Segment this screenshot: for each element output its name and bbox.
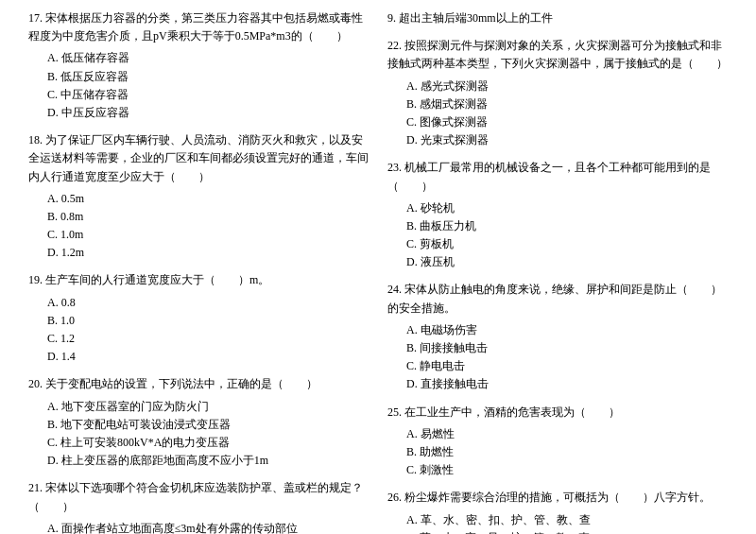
question-9-note: 9. 超出主轴后端30mm以上的工件 xyxy=(387,9,728,27)
q25-option-a: A. 易燃性 xyxy=(387,425,728,443)
q19-option-d: D. 1.4 xyxy=(28,348,369,366)
question-26: 26. 粉尘爆炸需要综合治理的措施，可概括为（ ）八字方针。 A. 革、水、密、… xyxy=(387,489,728,534)
q24-option-a: A. 电磁场伤害 xyxy=(387,321,728,339)
q23-option-a: A. 砂轮机 xyxy=(387,199,728,217)
question-18: 18. 为了保证厂区内车辆行驶、人员流动、消防灭火和救灾，以及安全运送材料等需要… xyxy=(28,131,369,262)
q22-option-c: C. 图像式探测器 xyxy=(387,113,728,131)
question-23: 23. 机械工厂最常用的机械设备之一，且各个工种都可能用到的是（ ） A. 砂轮… xyxy=(387,159,728,271)
q17-option-b: B. 低压反应容器 xyxy=(28,68,369,86)
q18-option-b: B. 0.8m xyxy=(28,208,369,226)
q19-option-c: C. 1.2 xyxy=(28,330,369,348)
q21-option-a: A. 面操作者站立地面高度≤3m处有外露的传动部位 xyxy=(28,520,369,534)
q22-option-b: B. 感烟式探测器 xyxy=(387,95,728,113)
q18-option-a: A. 0.5m xyxy=(28,190,369,208)
q20-option-b: B. 地下变配电站可装设油浸式变压器 xyxy=(28,416,369,434)
q17-option-a: A. 低压储存容器 xyxy=(28,49,369,67)
question-25: 25. 在工业生产中，酒精的危害表现为（ ） A. 易燃性 B. 助燃性 C. … xyxy=(387,404,728,480)
two-column-layout: 17. 宋体根据压力容器的分类，第三类压力容器其中包括易燃或毒性程度为中度危害介… xyxy=(28,9,728,534)
q26-option-b: B. 革、水、密、风、护、管、教、查 xyxy=(387,529,728,534)
q24-option-d: D. 直接接触电击 xyxy=(387,375,728,393)
q22-option-a: A. 感光式探测器 xyxy=(387,78,728,95)
question-23-text: 23. 机械工厂最常用的机械设备之一，且各个工种都可能用到的是（ ） xyxy=(387,159,728,195)
q19-option-a: A. 0.8 xyxy=(28,294,369,312)
question-24: 24. 宋体从防止触电的角度来说，绝缘、屏护和间距是防止（ ）的安全措施。 A.… xyxy=(387,281,728,393)
page-content: 17. 宋体根据压力容器的分类，第三类压力容器其中包括易燃或毒性程度为中度危害介… xyxy=(28,9,728,534)
q23-option-d: D. 液压机 xyxy=(387,253,728,271)
question-24-text: 24. 宋体从防止触电的角度来说，绝缘、屏护和间距是防止（ ）的安全措施。 xyxy=(387,281,728,317)
q23-option-b: B. 曲板压力机 xyxy=(387,217,728,235)
question-9-text: 9. 超出主轴后端30mm以上的工件 xyxy=(387,9,728,27)
q25-option-c: C. 刺激性 xyxy=(387,461,728,479)
q24-option-b: B. 间接接触电击 xyxy=(387,339,728,357)
right-column: 9. 超出主轴后端30mm以上的工件 22. 按照探测元件与探测对象的关系，火灾… xyxy=(387,9,728,534)
q25-option-b: B. 助燃性 xyxy=(387,443,728,461)
question-20: 20. 关于变配电站的设置，下列说法中，正确的是（ ） A. 地下变压器室的门应… xyxy=(28,375,369,470)
question-25-text: 25. 在工业生产中，酒精的危害表现为（ ） xyxy=(387,404,728,422)
question-21-text: 21. 宋体以下选项哪个符合金切机床应选装防护罩、盖或栏的规定？（ ） xyxy=(28,479,369,515)
question-19-text: 19. 生产车间的人行通道宽度应大于（ ）m。 xyxy=(28,271,369,289)
q23-option-c: C. 剪板机 xyxy=(387,235,728,253)
q26-option-a: A. 革、水、密、扣、护、管、教、查 xyxy=(387,511,728,529)
q22-option-d: D. 光束式探测器 xyxy=(387,131,728,149)
q18-option-d: D. 1.2m xyxy=(28,244,369,262)
q20-option-d: D. 柱上变压器的底部距地面高度不应小于1m xyxy=(28,452,369,470)
question-21: 21. 宋体以下选项哪个符合金切机床应选装防护罩、盖或栏的规定？（ ） A. 面… xyxy=(28,479,369,534)
q20-option-c: C. 柱上可安装800kV*A的电力变压器 xyxy=(28,434,369,452)
question-17: 17. 宋体根据压力容器的分类，第三类压力容器其中包括易燃或毒性程度为中度危害介… xyxy=(28,9,369,122)
question-20-text: 20. 关于变配电站的设置，下列说法中，正确的是（ ） xyxy=(28,375,369,393)
question-26-text: 26. 粉尘爆炸需要综合治理的措施，可概括为（ ）八字方针。 xyxy=(387,489,728,507)
q19-option-b: B. 1.0 xyxy=(28,312,369,330)
q18-option-c: C. 1.0m xyxy=(28,226,369,244)
q17-option-c: C. 中压储存容器 xyxy=(28,86,369,104)
q20-option-a: A. 地下变压器室的门应为防火门 xyxy=(28,398,369,416)
question-18-text: 18. 为了保证厂区内车辆行驶、人员流动、消防灭火和救灾，以及安全运送材料等需要… xyxy=(28,131,369,186)
left-column: 17. 宋体根据压力容器的分类，第三类压力容器其中包括易燃或毒性程度为中度危害介… xyxy=(28,9,369,534)
q24-option-c: C. 静电电击 xyxy=(387,357,728,375)
question-22: 22. 按照探测元件与探测对象的关系，火灾探测器可分为接触式和非接触式两种基本类… xyxy=(387,37,728,149)
question-22-text: 22. 按照探测元件与探测对象的关系，火灾探测器可分为接触式和非接触式两种基本类… xyxy=(387,37,728,73)
q17-option-d: D. 中压反应容器 xyxy=(28,104,369,122)
question-17-text: 17. 宋体根据压力容器的分类，第三类压力容器其中包括易燃或毒性程度为中度危害介… xyxy=(28,9,369,45)
question-19: 19. 生产车间的人行通道宽度应大于（ ）m。 A. 0.8 B. 1.0 C.… xyxy=(28,271,369,366)
